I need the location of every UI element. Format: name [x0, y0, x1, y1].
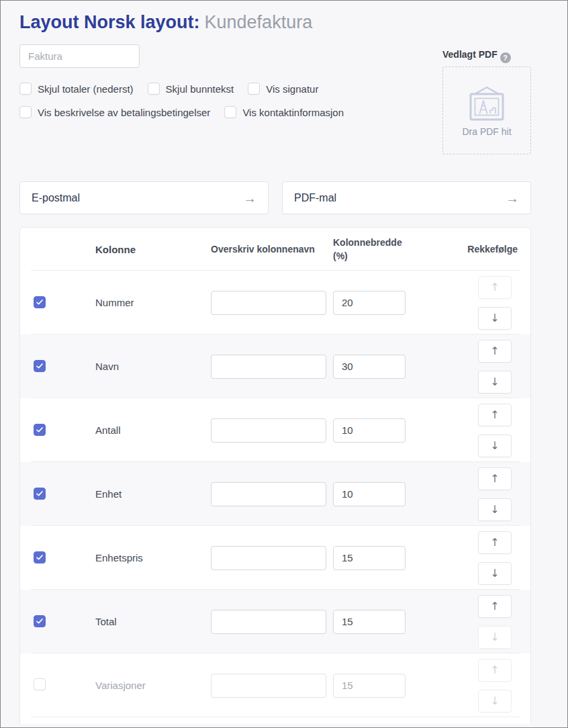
table-row-nummer: Nummer ↑ ↓: [20, 271, 530, 334]
arrow-right-icon: →: [506, 191, 519, 205]
table-row-variasjoner: Variasjoner ↑ ↓: [20, 653, 530, 717]
dropzone-text: Dra PDF hit: [462, 126, 511, 137]
checkbox[interactable]: [148, 83, 160, 95]
check-icon: [36, 362, 44, 370]
column-width-input[interactable]: [333, 674, 406, 698]
column-width-input[interactable]: [333, 610, 406, 634]
picture-frame-icon: [465, 84, 508, 122]
move-down-button[interactable]: ↓: [478, 626, 512, 649]
table-row-antall: Antall ↑ ↓: [20, 398, 530, 462]
email-template-label: E-postmal: [32, 192, 80, 204]
layout-name-input[interactable]: [19, 44, 140, 68]
override-name-input[interactable]: [211, 610, 326, 634]
override-name-input[interactable]: [211, 674, 326, 698]
pdf-dropzone[interactable]: Dra PDF hit: [442, 66, 531, 154]
move-up-button[interactable]: ↑: [478, 595, 512, 618]
checkbox[interactable]: [19, 106, 32, 118]
move-down-button[interactable]: ↓: [478, 371, 512, 394]
column-width-input[interactable]: [333, 482, 406, 506]
email-template-button[interactable]: E-postmal →: [19, 181, 269, 214]
row-checkbox[interactable]: [34, 615, 46, 627]
move-up-button[interactable]: ↑: [478, 531, 512, 554]
check-icon: [36, 298, 44, 306]
override-name-input[interactable]: [211, 355, 326, 379]
override-name-input[interactable]: [211, 291, 326, 315]
row-checkbox[interactable]: [34, 678, 46, 690]
help-icon[interactable]: ?: [500, 52, 511, 63]
header-width: Kolonnebredde (%): [333, 236, 419, 263]
override-name-input[interactable]: [211, 482, 326, 506]
template-links: E-postmal → PDF-mal →: [19, 181, 531, 214]
attached-pdf-label: Vedlagt PDF: [442, 49, 498, 60]
page-title-strong: Layout Norsk layout:: [19, 12, 200, 32]
move-up-button[interactable]: ↑: [478, 467, 512, 490]
move-up-button[interactable]: ↑: [478, 404, 512, 426]
table-row-enhetspris: Enhetspris ↑ ↓: [20, 526, 530, 590]
check-icon: [36, 490, 44, 498]
column-name: Nummer: [82, 297, 197, 308]
column-name: Total: [82, 616, 197, 627]
pdf-template-label: PDF-mal: [294, 192, 336, 204]
column-name: Navn: [82, 361, 197, 372]
move-down-button[interactable]: ↓: [478, 435, 512, 457]
column-name: Enhet: [82, 488, 197, 500]
move-up-button[interactable]: ↑: [478, 340, 512, 363]
move-up-button[interactable]: ↑: [478, 276, 512, 299]
table-row-enhet: Enhet ↑ ↓: [20, 462, 530, 526]
table-row-navn: Navn ↑ ↓: [20, 334, 530, 398]
checkbox[interactable]: [224, 106, 236, 118]
column-width-input[interactable]: [333, 418, 406, 443]
attached-pdf-label-row: Vedlagt PDF ?: [442, 49, 531, 63]
check-icon: [36, 426, 44, 434]
row-checkbox[interactable]: [34, 360, 46, 372]
option-label: Vis beskrivelse av betalingsbetingelser: [38, 107, 210, 118]
checkbox[interactable]: [248, 83, 260, 95]
option-vis-kontaktinformasjon[interactable]: Vis kontaktinformasjon: [224, 106, 344, 118]
attached-pdf-section: Vedlagt PDF ? Dra PDF hit: [442, 49, 531, 154]
table-header: Kolonne Overskriv kolonnenavn Kolonnebre…: [20, 228, 530, 271]
column-width-input[interactable]: [333, 355, 406, 379]
header-column: Kolonne: [82, 244, 197, 255]
move-down-button[interactable]: ↓: [478, 690, 512, 713]
row-checkbox[interactable]: [34, 424, 46, 436]
move-up-button[interactable]: ↑: [478, 659, 512, 682]
option-vis-signatur[interactable]: Vis signatur: [248, 83, 318, 95]
row-checkbox[interactable]: [34, 488, 46, 500]
header-override: Overskriv kolonnenavn: [197, 244, 333, 255]
layout-settings-page: Layout Norsk layout:Kundefaktura Skjul t…: [0, 0, 568, 728]
column-width-input[interactable]: [333, 546, 406, 570]
option-vis-betalingsbetingelser[interactable]: Vis beskrivelse av betalingsbetingelser: [19, 106, 210, 118]
option-label: Skjul bunntekst: [166, 83, 234, 95]
pdf-template-button[interactable]: PDF-mal →: [282, 181, 531, 214]
move-down-button[interactable]: ↓: [478, 562, 512, 585]
arrow-right-icon: →: [243, 191, 256, 205]
header-order: Rekkefølge: [467, 244, 530, 255]
column-width-input[interactable]: [333, 291, 406, 315]
column-name: Variasjoner: [82, 680, 197, 691]
columns-table: Kolonne Overskriv kolonnenavn Kolonnebre…: [19, 227, 531, 724]
check-icon: [36, 553, 44, 561]
column-name: Enhetspris: [82, 552, 197, 563]
check-icon: [36, 617, 44, 625]
move-down-button[interactable]: ↓: [478, 498, 512, 521]
move-down-button[interactable]: ↓: [478, 307, 512, 330]
override-name-input[interactable]: [211, 546, 326, 570]
page-title: Layout Norsk layout:Kundefaktura: [19, 11, 531, 33]
option-label: Vis signatur: [266, 83, 318, 95]
checkbox[interactable]: [19, 83, 32, 95]
option-skjul-totaler[interactable]: Skjul totaler (nederst): [19, 83, 134, 95]
row-checkbox[interactable]: [34, 296, 46, 308]
column-name: Antall: [82, 424, 197, 436]
override-name-input[interactable]: [211, 418, 326, 443]
row-checkbox[interactable]: [34, 551, 46, 563]
option-label: Vis kontaktinformasjon: [242, 107, 344, 118]
page-title-muted: Kundefaktura: [205, 12, 313, 32]
table-row-total: Total ↑ ↓: [20, 590, 530, 653]
option-skjul-bunntekst[interactable]: Skjul bunntekst: [148, 83, 234, 95]
option-label: Skjul totaler (nederst): [38, 83, 134, 95]
